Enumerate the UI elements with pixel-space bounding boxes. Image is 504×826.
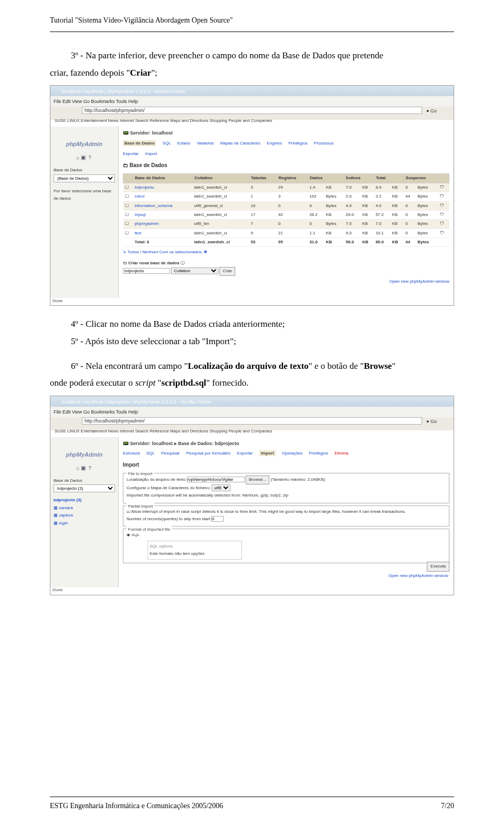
allow-interrupt[interactable]: Allow interrupt of import in case script… bbox=[131, 509, 406, 514]
skip-input[interactable] bbox=[211, 516, 224, 522]
compression-note: Imported file compression will be automa… bbox=[127, 493, 288, 498]
tab[interactable]: Variáveis bbox=[197, 141, 214, 146]
no-options: Este formato não tem opções bbox=[150, 551, 205, 556]
pma-main: 📟 Servidor: localhost Base de Dados SQL … bbox=[119, 127, 454, 298]
table-link[interactable]: ▦ camara bbox=[54, 504, 115, 512]
go-button[interactable]: ● Go bbox=[426, 417, 437, 426]
screenshot-2: localhost / localhost / bdprojecto | php… bbox=[50, 396, 454, 595]
table-link[interactable]: ▦ login bbox=[54, 520, 115, 527]
tab[interactable]: Mapas de Caracteres bbox=[220, 141, 260, 146]
status-bar: Done bbox=[52, 297, 62, 305]
import-heading: Import bbox=[123, 460, 449, 470]
sql-options-label: SQL options bbox=[150, 544, 173, 549]
table-row[interactable]: ☐testlatin1_swedish_ci9211.1KB9.0KB10.1K… bbox=[123, 229, 449, 238]
sidebar-db-label: Base de Dados bbox=[54, 477, 115, 484]
sidebar-icons[interactable]: ⌂ ▣ ？ bbox=[54, 463, 115, 473]
create-button[interactable]: Criar bbox=[219, 267, 235, 275]
tab[interactable]: Estrutura bbox=[123, 451, 140, 456]
tab[interactable]: Base de Dados bbox=[123, 140, 156, 146]
paragraph-4: 6º - Nela encontrará um campo "Localizaç… bbox=[50, 358, 454, 375]
tab[interactable]: Pesquisar bbox=[161, 451, 180, 456]
browse-button[interactable]: Browse... bbox=[246, 476, 269, 484]
table-link[interactable]: ▦ captura bbox=[54, 512, 115, 519]
tab[interactable]: Processos bbox=[314, 141, 333, 146]
go-label: Go bbox=[430, 108, 437, 113]
db-name[interactable]: bdprojecto (3) bbox=[54, 497, 115, 504]
url-bar[interactable]: http://localhost/phpmyadmin/ bbox=[82, 417, 422, 425]
table-row[interactable]: ☐bdprojectolatin1_swedish_ci3291.4KB7.0K… bbox=[123, 183, 449, 192]
pma-main: 📟 Servidor: localhost ▸ Base de Dados: b… bbox=[119, 437, 454, 587]
window-title: localhost / localhost / bdprojecto | php… bbox=[62, 398, 211, 406]
file-to-import-group: File to import Localização do arquivo de… bbox=[123, 473, 449, 503]
tab[interactable]: Elimina bbox=[334, 451, 348, 456]
max-size: (Tamanho máximo: 2,048KB) bbox=[271, 477, 326, 482]
tab[interactable]: Pesquisa por formulário bbox=[186, 451, 230, 456]
table-header: Base de DadosCollationTabelasRegistosDad… bbox=[123, 174, 449, 183]
bookmark-links[interactable]: SUSE LINUX Entertainment News Internet S… bbox=[55, 117, 272, 125]
page-footer: ESTG Engenharia Informática e Comunicaçõ… bbox=[50, 797, 454, 812]
paragraph-1: 3º - Na parte inferior, deve preencher o… bbox=[50, 48, 454, 64]
url-bar[interactable]: http://localhost/phpmyadmin/ bbox=[82, 107, 422, 114]
menubar[interactable]: File Edit View Go Bookmarks Tools Help bbox=[54, 97, 138, 106]
create-db: 🗀 Criar nova base de dados ⓘ Collation C… bbox=[123, 260, 449, 276]
status-bar: Done bbox=[52, 586, 62, 594]
text: 3º - Na parte inferior, deve preencher o… bbox=[71, 50, 383, 60]
footer-left: ESTG Engenharia Informática e Comunicaçõ… bbox=[50, 799, 223, 812]
db-table: Base de DadosCollationTabelasRegistosDad… bbox=[123, 173, 449, 247]
paragraph-3: 5º - Após isto deve seleccionar a tab "I… bbox=[50, 334, 454, 350]
tab[interactable]: SQL bbox=[163, 141, 171, 146]
window-title: localhost / localhost | phpMyAdmin 2.8.0… bbox=[62, 87, 185, 96]
create-db-input[interactable] bbox=[123, 268, 170, 274]
go-button[interactable]: ● Go bbox=[426, 107, 437, 115]
paragraph-2: 4º - Clicar no nome da Base de Dados cri… bbox=[50, 316, 454, 333]
pma-logo: phpMyAdmin bbox=[54, 450, 115, 460]
page-header: Tutorial "Sistema Vídeo-Vigilância Abord… bbox=[50, 16, 454, 25]
db-select[interactable]: bdprojecto (3) bbox=[54, 484, 115, 492]
text: criar, fazendo depois " bbox=[50, 68, 130, 78]
collation-select[interactable]: Collation bbox=[171, 267, 218, 274]
select-all[interactable]: ↳ Todos / Nenhum Com os seleccionados: ✖ bbox=[123, 249, 449, 256]
table-row[interactable]: ☐mysqllatin1_swedish_ci174228.2KB29.0KB5… bbox=[123, 210, 449, 219]
table-row[interactable]: ☐cdcollatin1_swedish_ci13192Bytes2.0KB2.… bbox=[123, 192, 449, 201]
tab[interactable]: Import bbox=[145, 151, 157, 156]
tab[interactable]: Import bbox=[259, 450, 276, 456]
tabs-row[interactable]: Estrutura SQL Pesquisar Pesquisa por for… bbox=[123, 450, 449, 457]
breadcrumb: 📟 Servidor: localhost ▸ Base de Dados: b… bbox=[123, 439, 449, 448]
section-heading: 🗀 Base de Dados bbox=[123, 161, 449, 170]
pma-logo: phpMyAdmin bbox=[54, 139, 115, 150]
table-total: Total: 6latin1_swedish_ci539531.0KB58.0K… bbox=[123, 238, 449, 247]
tab[interactable]: Exportar bbox=[123, 151, 139, 156]
tab[interactable]: Privilégios bbox=[288, 141, 307, 146]
bold: Criar bbox=[130, 68, 152, 78]
bookmark-links[interactable]: SUSE LINUX Entertainment News Internet S… bbox=[55, 428, 272, 435]
tab[interactable]: Engines bbox=[267, 141, 282, 146]
sidebar-db-label: Base de Dados bbox=[54, 167, 115, 174]
table-row[interactable]: ☐phpmyadminutf8_bin700Bytes7.0KB7.0KB0By… bbox=[123, 220, 449, 229]
tab[interactable]: Estado bbox=[177, 141, 191, 146]
open-window-link[interactable]: Open new phpMyAdmin window bbox=[123, 278, 449, 285]
header-rule bbox=[50, 32, 454, 32]
partial-import-group: Partial import ☑ Allow interrupt of impo… bbox=[123, 505, 449, 527]
tab[interactable]: Privilégios bbox=[309, 451, 328, 456]
db-select[interactable]: (Base de Dados) bbox=[54, 174, 115, 182]
footer-page: 7/20 bbox=[441, 799, 454, 812]
footer-rule bbox=[50, 797, 454, 797]
paragraph-1b: criar, fazendo depois "Criar"; bbox=[50, 65, 454, 81]
open-window-link[interactable]: Open new phpMyAdmin window bbox=[388, 572, 448, 580]
file-path-input[interactable] bbox=[187, 477, 245, 482]
tab[interactable]: SQL bbox=[146, 451, 155, 456]
server-label: 📟 Servidor: localhost bbox=[123, 129, 449, 137]
charset-select[interactable]: utf8 bbox=[212, 484, 230, 491]
tabs-row2[interactable]: Exportar Import bbox=[123, 150, 449, 158]
menubar[interactable]: File Edit View Go Bookmarks Tools Help bbox=[54, 408, 138, 416]
text: "; bbox=[151, 68, 158, 78]
sidebar-icons[interactable]: ⌂ ▣ ？ bbox=[54, 153, 115, 162]
tabs-row[interactable]: Base de Dados SQL Estado Variáveis Mapas… bbox=[123, 140, 449, 147]
tab[interactable]: Operações bbox=[282, 451, 302, 456]
tab[interactable]: Exportar bbox=[237, 451, 253, 456]
db-tree[interactable]: bdprojecto (3) ▦ camara ▦ captura ▦ logi… bbox=[54, 497, 115, 527]
execute-button[interactable]: Executa bbox=[427, 562, 449, 571]
screenshot-1: localhost / localhost | phpMyAdmin 2.8.0… bbox=[50, 85, 454, 306]
table-row[interactable]: ☐information_schemautf8_general_ci1600By… bbox=[123, 201, 449, 210]
sidebar-help: Por favor seleccione uma base de dados bbox=[54, 188, 115, 203]
